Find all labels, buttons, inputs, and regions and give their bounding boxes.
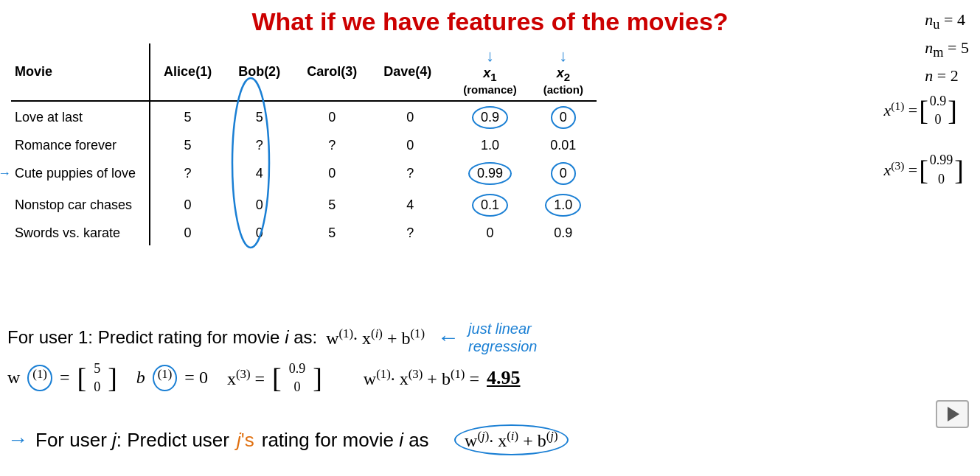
rating-dave-1: 0 <box>370 101 450 133</box>
col-header-movie: Movie <box>11 43 150 101</box>
rating-dave-5: ? <box>370 221 450 245</box>
rating-dave-3: ? <box>370 158 450 189</box>
col-header-x1: ↓ x1 (romance) <box>450 43 530 101</box>
x2-circled-4: 1.0 <box>545 194 581 217</box>
b1-circled: (1) <box>153 365 178 391</box>
table-section: Movie Alice(1) Bob(2) Carol(3) Dave(4) ↓… <box>11 43 969 245</box>
w1-bracket-l: [ <box>77 364 86 392</box>
left-arrow-annotation: ← <box>437 325 459 350</box>
x3-v2: 0 <box>293 378 300 396</box>
col-header-x2: ↓ x2 (action) <box>530 43 597 101</box>
formula-line3: → For user j: Predict user j's rating fo… <box>7 424 569 455</box>
result-value: 4.95 <box>487 367 521 389</box>
user-j-text: For user j: Predict user <box>35 429 229 452</box>
x2-circled-1: 0 <box>551 106 576 129</box>
play-button[interactable] <box>936 400 969 428</box>
x3-val2: 0 <box>938 170 945 189</box>
rating-bob-5: 0 <box>225 221 293 245</box>
x3-vec: 0.99 0 <box>930 151 953 188</box>
x3-v1: 0.9 <box>289 360 306 378</box>
x1-equation: x(1) = [ 0.9 0 ] <box>884 92 965 129</box>
formula-line2: w (1) = [ 5 0 ] b (1) = 0 x(3) = [ 0.9 0… <box>7 360 973 396</box>
movie-name-4: Nonstop car chases <box>11 189 150 221</box>
arrow-user-j: → <box>7 428 28 452</box>
feature-x2-1: 0 <box>530 101 597 133</box>
w1-circled: (1) <box>27 365 52 391</box>
feature-x2-2: 0.01 <box>530 133 597 158</box>
x3-vec2: 0.9 0 <box>289 360 306 396</box>
x1-sublabel: (romance) <box>463 83 517 96</box>
x1-label: x1 <box>483 66 496 83</box>
feature-x2-3: 0 <box>530 158 597 189</box>
formula-j-circled: w(j)· x(i) + b(j) <box>454 424 568 455</box>
rating-carol-5: 5 <box>293 221 370 245</box>
x2-label: x2 <box>557 66 570 83</box>
rating-carol-3: 0 <box>293 158 370 189</box>
w1-eq: = <box>60 368 70 388</box>
table-row: Swords vs. karate 0 0 5 ? 0 0.9 <box>11 221 597 245</box>
col-header-alice: Alice(1) <box>150 43 225 101</box>
feature-x1-1: 0.9 <box>450 101 530 133</box>
main-container: What if we have features of the movies? … <box>0 0 980 476</box>
col-header-bob: Bob(2) <box>225 43 293 101</box>
param-nm: nm = 5 <box>925 35 969 63</box>
x1-vec: 0.9 0 <box>930 92 947 129</box>
movie-name-1: Love at last <box>11 101 150 133</box>
x1-val1: 0.9 <box>930 92 947 111</box>
user-j-text2: rating for movie i as <box>262 429 429 452</box>
x2-circled-3: 0 <box>551 162 576 185</box>
feature-x1-5: 0 <box>450 221 530 245</box>
movie-name-3: → Cute puppies of love <box>11 158 150 189</box>
ratings-table: Movie Alice(1) Bob(2) Carol(3) Dave(4) ↓… <box>11 43 597 245</box>
formula-expr-1: w(1)· x(i) + b(1) <box>326 326 425 349</box>
movie-name-2: Romance forever <box>11 133 150 158</box>
formula-line1: For user 1: Predict rating for movie i a… <box>7 320 973 355</box>
rating-alice-2: 5 <box>150 133 225 158</box>
col-header-dave: Dave(4) <box>370 43 450 101</box>
result-label: w(1)· x(3) + b(1) = <box>364 367 479 389</box>
x3-equation: x(3) = [ 0.99 0 ] <box>884 151 965 188</box>
x2-sublabel: (action) <box>543 83 583 96</box>
b1-label: b <box>136 368 145 388</box>
page-title: What if we have features of the movies? <box>11 7 969 36</box>
param-nu: nu = 4 <box>925 7 969 35</box>
j-orange: j's <box>237 429 254 452</box>
col-header-carol: Carol(3) <box>293 43 370 101</box>
table-row: Love at last 5 5 0 0 0.9 0 <box>11 101 597 133</box>
x1-arrow: ↓ <box>486 48 494 64</box>
rating-carol-1: 0 <box>293 101 370 133</box>
table-row: Nonstop car chases 0 0 5 4 0.1 1.0 <box>11 189 597 221</box>
right-equations: x(1) = [ 0.9 0 ] x(3) = [ 0.99 0 ] <box>884 92 965 189</box>
rating-carol-2: ? <box>293 133 370 158</box>
x1-val2: 0 <box>935 111 942 129</box>
w1-label: w <box>7 368 20 388</box>
b1-val: = 0 <box>184 368 208 388</box>
rating-bob-1: 5 <box>225 101 293 133</box>
table-row: → Cute puppies of love ? 4 0 ? 0.99 0 <box>11 158 597 189</box>
x3-bracket-r2: ] <box>313 364 322 392</box>
feature-x2-4: 1.0 <box>530 189 597 221</box>
play-icon <box>948 407 959 421</box>
rating-alice-3: ? <box>150 158 225 189</box>
table-wrapper: Movie Alice(1) Bob(2) Carol(3) Dave(4) ↓… <box>11 43 597 245</box>
w1-bracket-r: ] <box>108 364 117 392</box>
rating-bob-3: 4 <box>225 158 293 189</box>
feature-x1-4: 0.1 <box>450 189 530 221</box>
annotation-text: just linearregression <box>468 320 537 355</box>
params-block: nu = 4 nm = 5 n = 2 <box>925 7 969 88</box>
feature-x1-3: 0.99 <box>450 158 530 189</box>
rating-alice-5: 0 <box>150 221 225 245</box>
movie-name-5: Swords vs. karate <box>11 221 150 245</box>
x1-bracket-right: ] <box>948 97 957 125</box>
rating-carol-4: 5 <box>293 189 370 221</box>
x1-bracket-left: [ <box>919 97 928 125</box>
formula-text-1: For user 1: Predict rating for movie i a… <box>7 327 317 348</box>
feature-x1-2: 1.0 <box>450 133 530 158</box>
rating-alice-4: 0 <box>150 189 225 221</box>
x3-bracket-l2: [ <box>272 364 282 392</box>
param-n: n = 2 <box>925 63 969 88</box>
x3-val1: 0.99 <box>930 151 953 169</box>
x1-circled-1: 0.9 <box>472 106 508 129</box>
x3-bracket-left: [ <box>919 156 928 184</box>
x3-eq-label: x(3) = <box>884 157 918 183</box>
